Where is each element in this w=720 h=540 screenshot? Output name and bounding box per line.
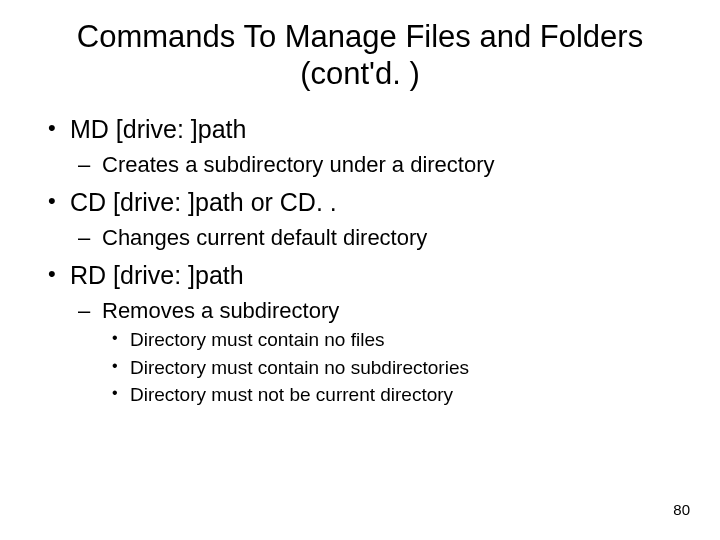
bullet-list-level2: Removes a subdirectory Directory must co…: [70, 296, 680, 409]
list-item-text: Removes a subdirectory: [102, 298, 339, 323]
list-item-text: Directory must not be current directory: [130, 384, 453, 405]
list-item-text: Creates a subdirectory under a directory: [102, 152, 495, 177]
list-item-text: Directory must contain no files: [130, 329, 385, 350]
list-item: Changes current default directory: [70, 223, 680, 253]
slide-title: Commands To Manage Files and Folders (co…: [40, 18, 680, 92]
bullet-list-level1: MD [drive: ]path Creates a subdirectory …: [40, 114, 680, 409]
slide: Commands To Manage Files and Folders (co…: [0, 0, 720, 540]
page-number: 80: [673, 501, 690, 518]
list-item: CD [drive: ]path or CD. . Changes curren…: [40, 187, 680, 252]
list-item-text: Changes current default directory: [102, 225, 427, 250]
list-item: Directory must contain no files: [102, 327, 680, 354]
list-item: Creates a subdirectory under a directory: [70, 150, 680, 180]
list-item: RD [drive: ]path Removes a subdirectory …: [40, 260, 680, 409]
list-item-text: CD [drive: ]path or CD. .: [70, 188, 337, 216]
bullet-list-level3: Directory must contain no files Director…: [102, 327, 680, 409]
list-item-text: Directory must contain no subdirectories: [130, 357, 469, 378]
bullet-list-level2: Changes current default directory: [70, 223, 680, 253]
list-item: Directory must contain no subdirectories: [102, 355, 680, 382]
list-item: Directory must not be current directory: [102, 382, 680, 409]
list-item: MD [drive: ]path Creates a subdirectory …: [40, 114, 680, 179]
list-item-text: RD [drive: ]path: [70, 261, 244, 289]
list-item-text: MD [drive: ]path: [70, 115, 246, 143]
bullet-list-level2: Creates a subdirectory under a directory: [70, 150, 680, 180]
list-item: Removes a subdirectory Directory must co…: [70, 296, 680, 409]
